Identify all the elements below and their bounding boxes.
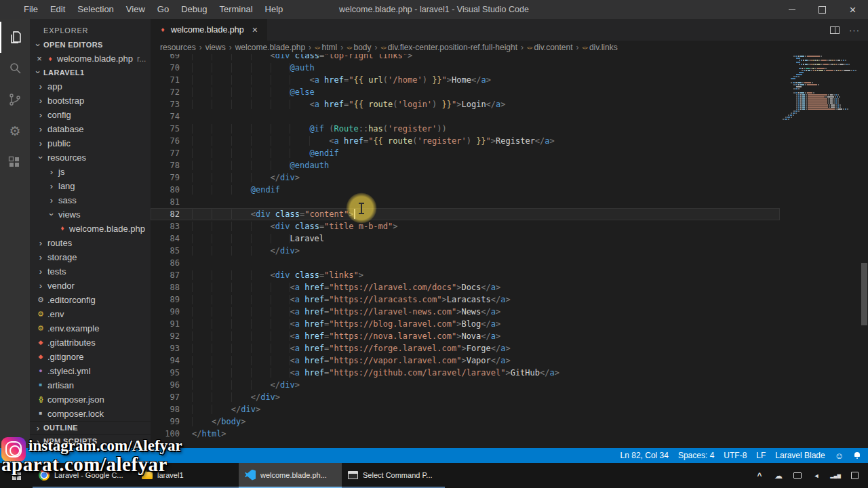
tree-file-artisan[interactable]: ■artisan bbox=[30, 378, 151, 392]
code-line-85[interactable]: 85 </div> bbox=[151, 245, 780, 257]
code-line-75[interactable]: 75 @if (Route::has('register')) bbox=[151, 123, 780, 135]
open-editors-header[interactable]: › OPEN EDITORS bbox=[30, 38, 151, 52]
code-line-94[interactable]: 94 <a href="https://vapor.laravel.com">V… bbox=[151, 354, 780, 367]
close-icon[interactable]: × bbox=[250, 24, 260, 35]
workspace-header[interactable]: › LARAVEL1 bbox=[30, 66, 151, 79]
tab-welcome-blade-php[interactable]: ♦ welcome.blade.php × bbox=[151, 19, 267, 41]
code-line-77[interactable]: 77 @endif bbox=[151, 147, 780, 159]
code-line-83[interactable]: 83 <div class="title m-b-md"> bbox=[151, 220, 780, 232]
tree-file-styleci-yml[interactable]: ●.styleci.yml bbox=[30, 364, 151, 378]
tree-folder-vendor[interactable]: ›vendor bbox=[30, 279, 151, 293]
breadcrumb-item-div-flex-center-position-ref-full-height[interactable]: <>div.flex-center.position-ref.full-heig… bbox=[381, 43, 518, 52]
speaker-icon[interactable] bbox=[811, 470, 822, 481]
code-line-96[interactable]: 96 </div> bbox=[151, 379, 780, 391]
minimize-button[interactable] bbox=[776, 0, 807, 19]
tree-folder-public[interactable]: ›public bbox=[30, 136, 151, 150]
network-icon[interactable] bbox=[830, 470, 841, 481]
code-line-84[interactable]: 84 Laravel bbox=[151, 232, 780, 245]
feedback-smiley-icon[interactable]: ☺ bbox=[835, 451, 844, 461]
tree-folder-tests[interactable]: ›tests bbox=[30, 264, 151, 279]
status-lf[interactable]: LF bbox=[756, 451, 766, 460]
tree-file-editorconfig[interactable]: ⚙.editorconfig bbox=[30, 293, 151, 307]
split-editor-icon[interactable] bbox=[830, 26, 840, 34]
tree-folder-storage[interactable]: ›storage bbox=[30, 250, 151, 264]
code-line-72[interactable]: 72 @else bbox=[151, 86, 780, 98]
notifications-bell-icon[interactable] bbox=[853, 451, 861, 460]
breadcrumb-item-div-links[interactable]: <>div.links bbox=[583, 43, 618, 52]
tree-folder-js[interactable]: ›js bbox=[30, 165, 151, 179]
status-spaces-4[interactable]: Spaces: 4 bbox=[678, 451, 714, 460]
search-icon[interactable] bbox=[0, 53, 30, 84]
tree-file-gitignore[interactable]: ◆.gitignore bbox=[30, 350, 151, 364]
tree-file-welcome-blade-php[interactable]: ♦welcome.blade.php bbox=[30, 222, 151, 236]
tree-file-env[interactable]: ⚙.env bbox=[30, 307, 151, 321]
code-line-91[interactable]: 91 <a href="https://blog.laravel.com">Bl… bbox=[151, 318, 780, 330]
cloud-icon[interactable] bbox=[773, 470, 784, 481]
menu-view[interactable]: View bbox=[120, 0, 151, 19]
code-line-101[interactable]: 101 bbox=[151, 440, 780, 448]
tree-folder-views[interactable]: ›views bbox=[30, 207, 151, 222]
menu-selection[interactable]: Selection bbox=[71, 0, 119, 19]
code-line-92[interactable]: 92 <a href="https://nova.laravel.com">No… bbox=[151, 330, 780, 342]
source-control-icon[interactable] bbox=[0, 84, 30, 115]
tree-file-env-example[interactable]: ⚙.env.example bbox=[30, 321, 151, 336]
code-line-99[interactable]: 99 </body> bbox=[151, 415, 780, 428]
breadcrumb-item-welcome-blade-php[interactable]: welcome.blade.php bbox=[235, 43, 305, 52]
close-button[interactable] bbox=[837, 0, 868, 19]
breadcrumb-item-div-content[interactable]: <>div.content bbox=[527, 43, 573, 52]
code-line-87[interactable]: 87 <div class="links"> bbox=[151, 269, 780, 281]
code-line-82[interactable]: 82 <div class="content"> bbox=[151, 208, 780, 220]
code-line-80[interactable]: 80 @endif bbox=[151, 184, 780, 196]
more-actions-icon[interactable]: ··· bbox=[849, 25, 860, 35]
explorer-icon[interactable] bbox=[0, 22, 30, 53]
code-line-71[interactable]: 71 <a href="{{ url('/home') }}">Home</a> bbox=[151, 74, 780, 86]
code-line-78[interactable]: 78 @endauth bbox=[151, 159, 780, 171]
outline-header[interactable]: › OUTLINE bbox=[30, 421, 151, 434]
open-editor-item[interactable]: × ♦ welcome.blade.php r... bbox=[30, 52, 151, 65]
settings-gear-icon[interactable]: ⚙ bbox=[0, 115, 30, 146]
menu-go[interactable]: Go bbox=[151, 0, 175, 19]
tree-file-composer-json[interactable]: {}composer.json bbox=[30, 392, 151, 407]
menu-edit[interactable]: Edit bbox=[44, 0, 71, 19]
minimap[interactable] bbox=[783, 56, 859, 123]
code-line-88[interactable]: 88 <a href="https://laravel.com/docs">Do… bbox=[151, 281, 780, 293]
code-line-81[interactable]: 81 bbox=[151, 196, 780, 208]
tree-file-composer-lock[interactable]: ■composer.lock bbox=[30, 407, 151, 421]
editor-scrollbar[interactable] bbox=[861, 263, 867, 325]
menu-file[interactable]: File bbox=[18, 0, 44, 19]
taskbar-button-vscode[interactable]: welcome.blade.ph... bbox=[239, 463, 342, 488]
start-button[interactable] bbox=[0, 463, 33, 488]
taskbar-button-window[interactable]: Select Command P... bbox=[342, 463, 445, 488]
code-area[interactable]: 69 <div class="top-right links">70 @auth… bbox=[151, 54, 780, 448]
action-center-icon[interactable] bbox=[849, 470, 860, 481]
tree-folder-bootstrap[interactable]: ›bootstrap bbox=[30, 94, 151, 108]
code-line-100[interactable]: 100</html> bbox=[151, 428, 780, 440]
tree-folder-lang[interactable]: ›lang bbox=[30, 179, 151, 193]
display-icon[interactable] bbox=[792, 470, 803, 481]
taskbar-button-chrome[interactable]: Laravel - Google C... bbox=[33, 463, 136, 488]
code-line-98[interactable]: 98 </div> bbox=[151, 403, 780, 415]
code-line-69[interactable]: 69 <div class="top-right links"> bbox=[151, 54, 780, 62]
code-line-74[interactable]: 74 bbox=[151, 110, 780, 123]
npm-scripts-header[interactable]: › NPM SCRIPTS bbox=[30, 434, 151, 448]
code-line-95[interactable]: 95 <a href="https://github.com/laravel/l… bbox=[151, 367, 780, 379]
breadcrumb-item-html[interactable]: <>html bbox=[315, 43, 337, 52]
code-line-86[interactable]: 86 bbox=[151, 257, 780, 269]
chevron-up-icon[interactable] bbox=[754, 470, 765, 481]
code-line-90[interactable]: 90 <a href="https://laravel-news.com">Ne… bbox=[151, 306, 780, 318]
tree-folder-resources[interactable]: ›resources bbox=[30, 150, 151, 165]
tree-folder-sass[interactable]: ›sass bbox=[30, 193, 151, 207]
status-ln-82-col-34[interactable]: Ln 82, Col 34 bbox=[620, 451, 669, 460]
maximize-button[interactable] bbox=[807, 0, 837, 19]
breadcrumb-item-body[interactable]: <>body bbox=[347, 43, 371, 52]
tree-folder-database[interactable]: ›database bbox=[30, 122, 151, 136]
breadcrumb-item-resources[interactable]: resources bbox=[160, 43, 196, 52]
tree-folder-routes[interactable]: ›routes bbox=[30, 236, 151, 250]
code-line-70[interactable]: 70 @auth bbox=[151, 62, 780, 74]
status-laravel-blade[interactable]: Laravel Blade bbox=[775, 451, 825, 460]
code-line-79[interactable]: 79 </div> bbox=[151, 171, 780, 184]
menu-debug[interactable]: Debug bbox=[175, 0, 213, 19]
code-line-76[interactable]: 76 <a href="{{ route('register') }}">Reg… bbox=[151, 135, 780, 147]
code-line-97[interactable]: 97 </div> bbox=[151, 391, 780, 403]
menu-help[interactable]: Help bbox=[259, 0, 290, 19]
